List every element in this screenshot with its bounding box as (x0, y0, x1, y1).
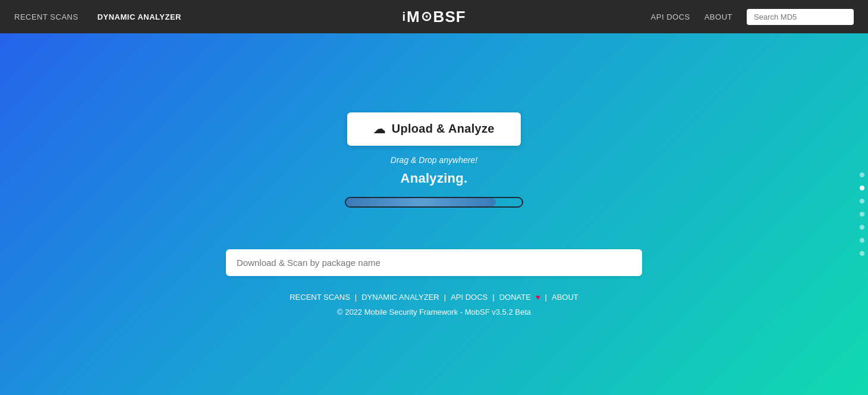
nav-dot-3 (860, 199, 864, 203)
upload-button-label: Upload & Analyze (392, 122, 495, 136)
nav-about[interactable]: ABOUT (705, 12, 732, 21)
nav-api-docs[interactable]: API DOCS (651, 12, 690, 21)
analyzing-text: Analyzing. (400, 171, 467, 186)
logo-icon-circle: ⊙ (421, 9, 433, 24)
nav-left: RECENT SCANS DYNAMIC ANALYZER (14, 12, 181, 21)
logo-bsf: BSF (433, 8, 466, 26)
footer-dynamic-analyzer[interactable]: DYNAMIC ANALYZER (361, 293, 439, 302)
nav-dot-1 (860, 173, 864, 177)
nav-dot-4 (860, 212, 864, 217)
upload-analyze-button[interactable]: ☁ Upload & Analyze (347, 112, 520, 146)
center-box: ☁ Upload & Analyze Drag & Drop anywhere!… (345, 112, 523, 208)
nav-dot-6 (860, 238, 864, 243)
navbar: RECENT SCANS DYNAMIC ANALYZER iM⊙BSF API… (0, 0, 868, 33)
footer-heart-icon: ♥ (536, 293, 540, 302)
nav-dot-7 (860, 251, 864, 256)
footer-sep-4: | (545, 293, 547, 302)
nav-dynamic-analyzer[interactable]: DYNAMIC ANALYZER (98, 12, 181, 21)
drag-drop-text: Drag & Drop anywhere! (391, 155, 477, 165)
download-scan-input[interactable] (226, 249, 642, 276)
footer-links: RECENT SCANS | DYNAMIC ANALYZER | API DO… (290, 293, 578, 302)
footer-sep-3: | (492, 293, 494, 302)
upload-cloud-icon: ☁ (373, 122, 385, 136)
footer-donate[interactable]: DONATE (499, 293, 531, 302)
nav-dot-5 (860, 225, 864, 230)
footer-recent-scans[interactable]: RECENT SCANS (290, 293, 350, 302)
footer-about[interactable]: ABOUT (552, 293, 578, 302)
progress-bar-fill (346, 198, 496, 206)
footer-sep-2: | (444, 293, 446, 302)
nav-dot-2 (860, 186, 864, 190)
footer-sep-1: | (355, 293, 357, 302)
nav-recent-scans[interactable]: RECENT SCANS (14, 12, 78, 21)
logo-mob: M (407, 8, 420, 26)
logo-text: iM⊙BSF (402, 8, 466, 26)
right-side-nav-dots (856, 33, 868, 395)
footer-copyright: © 2022 Mobile Security Framework - MobSF… (337, 308, 531, 316)
progress-bar-container (345, 197, 523, 208)
search-input[interactable] (747, 9, 854, 25)
logo-prefix: i (402, 10, 407, 24)
download-input-container (226, 249, 642, 276)
main-content: ☁ Upload & Analyze Drag & Drop anywhere!… (0, 33, 868, 395)
nav-logo: iM⊙BSF (402, 8, 466, 26)
footer-api-docs[interactable]: API DOCS (451, 293, 488, 302)
nav-right: API DOCS ABOUT (651, 9, 854, 25)
